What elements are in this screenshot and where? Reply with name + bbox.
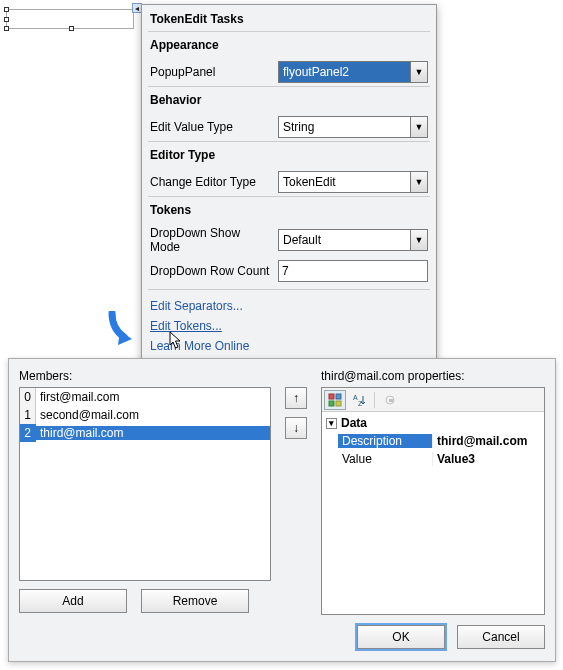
move-down-button[interactable]: ↓	[285, 417, 307, 439]
tokenedit-control[interactable]: ◂	[6, 9, 134, 29]
list-item-index: 2	[20, 424, 36, 442]
list-item-index: 0	[20, 388, 36, 406]
properties-label: third@mail.com properties:	[321, 369, 545, 383]
list-item-text: second@mail.com	[36, 408, 270, 422]
list-item-text: first@mail.com	[36, 390, 270, 404]
link-edit-tokens[interactable]: Edit Tokens...	[148, 316, 430, 336]
category-name: Data	[341, 416, 367, 430]
textbox-dropdownrowcount[interactable]	[278, 260, 428, 282]
list-item-text: third@mail.com	[36, 426, 270, 440]
prop-name: Description	[338, 434, 432, 448]
propgrid-category[interactable]: ▾ Data	[324, 414, 542, 432]
combo-changeeditortype[interactable]: TokenEdit ▼	[278, 171, 428, 193]
members-listbox[interactable]: 0 first@mail.com 1 second@mail.com 2 thi…	[19, 387, 271, 581]
combo-dropdownshowmode-value: Default	[278, 229, 410, 251]
ok-button[interactable]: OK	[357, 625, 445, 649]
combo-popuppanel[interactable]: flyoutPanel2 ▼	[278, 61, 428, 83]
arrow-down-icon: ↓	[293, 421, 299, 435]
svg-rect-6	[389, 399, 393, 402]
section-editortype: Editor Type	[148, 141, 430, 168]
propgrid-row[interactable]: Description third@mail.com	[338, 432, 542, 450]
chevron-down-icon[interactable]: ▼	[410, 171, 428, 193]
chevron-down-icon[interactable]: ▼	[410, 61, 428, 83]
label-changeeditortype: Change Editor Type	[150, 175, 272, 189]
prop-value[interactable]: Value3	[432, 452, 542, 466]
combo-editvaluetype[interactable]: String ▼	[278, 116, 428, 138]
svg-rect-2	[329, 401, 334, 406]
link-edit-separators[interactable]: Edit Separators...	[148, 296, 430, 316]
list-item[interactable]: 2 third@mail.com	[20, 424, 270, 442]
alphabetical-view-icon[interactable]: AZ	[348, 390, 370, 410]
label-popuppanel: PopupPanel	[150, 65, 272, 79]
property-grid[interactable]: AZ ▾ Data Description third@mail.com	[321, 387, 545, 615]
tasks-title: TokenEdit Tasks	[148, 9, 430, 31]
remove-button[interactable]: Remove	[141, 589, 249, 613]
chevron-down-icon[interactable]: ▼	[410, 116, 428, 138]
property-pages-icon[interactable]	[379, 390, 401, 410]
combo-popuppanel-value: flyoutPanel2	[278, 61, 410, 83]
move-up-button[interactable]: ↑	[285, 387, 307, 409]
label-editvaluetype: Edit Value Type	[150, 120, 272, 134]
guide-arrow	[102, 311, 136, 351]
svg-rect-3	[336, 401, 341, 406]
svg-rect-0	[329, 394, 334, 399]
prop-name: Value	[338, 452, 432, 466]
propgrid-row[interactable]: Value Value3	[338, 450, 542, 468]
propgrid-toolbar: AZ	[322, 388, 544, 412]
combo-changeeditortype-value: TokenEdit	[278, 171, 410, 193]
collection-editor-dialog: Members: 0 first@mail.com 1 second@mail.…	[8, 358, 556, 662]
list-item[interactable]: 1 second@mail.com	[20, 406, 270, 424]
list-item[interactable]: 0 first@mail.com	[20, 388, 270, 406]
link-learn-more[interactable]: Learn More Online	[148, 336, 430, 356]
section-behavior: Behavior	[148, 86, 430, 113]
section-appearance: Appearance	[148, 31, 430, 58]
list-item-index: 1	[20, 406, 36, 424]
chevron-down-icon[interactable]: ▼	[410, 229, 428, 251]
prop-value[interactable]: third@mail.com	[432, 434, 542, 448]
combo-dropdownshowmode[interactable]: Default ▼	[278, 229, 428, 251]
add-button[interactable]: Add	[19, 589, 127, 613]
members-label: Members:	[19, 369, 271, 383]
cancel-button[interactable]: Cancel	[457, 625, 545, 649]
categorized-view-icon[interactable]	[324, 390, 346, 410]
section-tokens: Tokens	[148, 196, 430, 223]
collapse-toggle-icon[interactable]: ▾	[326, 418, 337, 429]
svg-rect-1	[336, 394, 341, 399]
combo-editvaluetype-value: String	[278, 116, 410, 138]
label-dropdownrowcount: DropDown Row Count	[150, 264, 272, 278]
label-dropdownshowmode: DropDown Show Mode	[150, 226, 272, 254]
arrow-up-icon: ↑	[293, 391, 299, 405]
tasks-popup: TokenEdit Tasks Appearance PopupPanel fl…	[141, 4, 437, 365]
